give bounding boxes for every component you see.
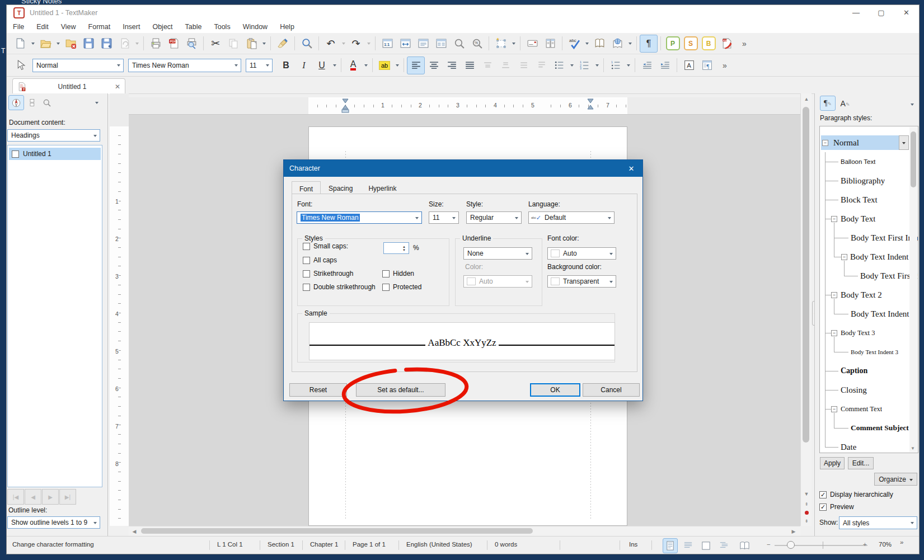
- scroll-right-icon[interactable]: ▶: [788, 528, 799, 535]
- preview-row[interactable]: ✓Preview: [819, 503, 854, 511]
- scroll-left-icon[interactable]: ◀: [129, 528, 140, 535]
- tree-scroll-down-icon[interactable]: ▼: [911, 446, 915, 451]
- undo-dropdown[interactable]: [340, 35, 347, 52]
- zoom-in-icon[interactable]: +: [863, 541, 867, 548]
- dialog-titlebar[interactable]: Character ✕: [284, 160, 642, 177]
- small-caps-row[interactable]: Small caps:: [303, 242, 348, 250]
- close-button[interactable]: ✕: [894, 5, 919, 20]
- paragraph-dialog-icon[interactable]: ¶: [698, 57, 716, 74]
- menu-window[interactable]: Window: [237, 23, 274, 31]
- styles-panel-dropdown[interactable]: [908, 96, 916, 112]
- underline-dropdown[interactable]: [331, 57, 338, 74]
- first-heading-button[interactable]: |◀: [7, 489, 24, 505]
- expander-icon[interactable]: −: [841, 254, 847, 260]
- align-right-icon[interactable]: [443, 57, 461, 74]
- content-list-item[interactable]: Untitled 1: [9, 148, 101, 160]
- zoom-slider-thumb[interactable]: [787, 541, 795, 549]
- tree-scrollbar[interactable]: ▼: [909, 127, 917, 452]
- document-hscrollbar[interactable]: ◀ ▶: [129, 526, 800, 536]
- export-pdf-icon[interactable]: PDF: [717, 35, 735, 53]
- double-strikethrough-row[interactable]: Double strikethrough: [303, 283, 376, 291]
- format-toolbar-overflow-icon[interactable]: »: [716, 57, 734, 74]
- format-paintbrush-icon[interactable]: [274, 35, 292, 53]
- redo-dropdown[interactable]: [365, 35, 372, 52]
- toolbar-overflow-icon[interactable]: »: [735, 35, 753, 53]
- hidden-checkbox[interactable]: [382, 270, 390, 277]
- style-item[interactable]: Closing: [841, 385, 867, 395]
- style-item[interactable]: Body Text 3: [841, 329, 875, 337]
- proofing-p-icon[interactable]: P: [664, 35, 682, 53]
- menu-format[interactable]: Format: [82, 23, 117, 31]
- outline-view-icon[interactable]: [716, 538, 731, 553]
- apply-button[interactable]: Apply: [820, 457, 845, 469]
- print-pdf-icon[interactable]: PDF: [165, 35, 182, 53]
- proofing-s-icon[interactable]: S: [682, 35, 700, 53]
- highlight-dropdown[interactable]: [393, 57, 401, 74]
- zoom-out-icon[interactable]: −: [767, 541, 771, 548]
- tab-close-icon[interactable]: ✕: [115, 83, 120, 91]
- object-mode-pointer-icon[interactable]: [11, 57, 29, 74]
- align-center-icon[interactable]: [425, 57, 443, 74]
- decrease-indent-icon[interactable]: [638, 57, 656, 74]
- document-vscrollbar[interactable]: ▲ ▼ ⇞ ⇟: [800, 93, 812, 526]
- proofing-b-icon[interactable]: B: [700, 35, 717, 53]
- formatting-marks-icon[interactable]: ¶: [640, 35, 658, 53]
- style-field[interactable]: Regular: [466, 211, 522, 224]
- style-item[interactable]: Comment Subject: [851, 423, 909, 432]
- zoom-icon[interactable]: [450, 35, 468, 53]
- left-indent-marker[interactable]: [341, 98, 349, 113]
- menu-insert[interactable]: Insert: [116, 23, 146, 31]
- all-caps-checkbox[interactable]: [303, 257, 310, 264]
- document-tab[interactable]: T Untitled 1 ✕: [12, 78, 125, 94]
- browse-object-icon[interactable]: [801, 508, 812, 517]
- normal-view-icon[interactable]: [663, 538, 678, 553]
- right-indent-marker[interactable]: [587, 98, 594, 113]
- menu-edit[interactable]: Edit: [30, 23, 55, 31]
- align-left-icon[interactable]: [407, 57, 425, 74]
- hscroll-thumb[interactable]: [141, 528, 533, 534]
- status-page[interactable]: Page 1 of 1: [353, 541, 386, 548]
- style-item[interactable]: Body Text 2: [841, 290, 882, 300]
- character-styles-tab-icon[interactable]: A✎: [837, 96, 853, 111]
- sidebar-headings-icon[interactable]: [25, 95, 40, 110]
- style-item-normal[interactable]: Normal: [833, 138, 859, 148]
- previous-object-icon[interactable]: ⇞: [801, 500, 812, 509]
- display-hierarchically-row[interactable]: ✓Display hierarchically: [819, 491, 893, 498]
- find-icon[interactable]: [298, 35, 316, 53]
- font-size-combo[interactable]: 11: [246, 59, 273, 72]
- zoom-100-icon[interactable]: 1:1: [378, 35, 396, 53]
- organize-button[interactable]: Organize: [874, 473, 917, 486]
- small-caps-checkbox[interactable]: [303, 243, 310, 250]
- spellcheck-icon[interactable]: abc: [565, 35, 583, 53]
- style-item[interactable]: Body Text Indent 2: [851, 309, 916, 319]
- content-item-checkbox[interactable]: [12, 150, 19, 158]
- strikethrough-checkbox[interactable]: [303, 270, 310, 277]
- scroll-up-icon[interactable]: ▲: [801, 95, 812, 103]
- reset-button[interactable]: Reset: [289, 383, 347, 397]
- next-object-icon[interactable]: ⇟: [801, 516, 812, 525]
- previous-heading-button[interactable]: ◀: [25, 489, 41, 505]
- menu-view[interactable]: View: [55, 23, 82, 31]
- close-document-icon[interactable]: [62, 35, 79, 53]
- edit-button[interactable]: Edit...: [848, 457, 874, 469]
- outline-list-icon[interactable]: 1: [607, 57, 625, 74]
- status-word-count[interactable]: 0 words: [495, 541, 517, 548]
- highlight-icon[interactable]: ab: [376, 57, 393, 74]
- menu-file[interactable]: File: [7, 23, 30, 31]
- titlebar[interactable]: T Untitled 1 - TextMaker — ▢ ✕: [7, 5, 919, 20]
- menu-object[interactable]: Object: [146, 23, 179, 31]
- style-item[interactable]: Body Text: [841, 214, 875, 224]
- language-field[interactable]: ᵃᵇᶜ✓ Default: [528, 211, 615, 224]
- protected-row[interactable]: Protected: [382, 283, 421, 291]
- font-color-field[interactable]: Auto: [547, 247, 616, 260]
- expander-icon[interactable]: −: [831, 406, 837, 412]
- italic-icon[interactable]: I: [295, 57, 313, 74]
- bullet-list-icon[interactable]: [550, 57, 568, 74]
- expander-icon[interactable]: −: [831, 292, 837, 298]
- zoom-level-icon[interactable]: %: [468, 35, 486, 53]
- research-icon[interactable]: [608, 35, 626, 53]
- fit-width-icon[interactable]: [396, 35, 414, 53]
- new-document-icon[interactable]: [11, 35, 29, 53]
- scroll-down-icon[interactable]: ▼: [801, 490, 812, 498]
- style-item[interactable]: Date: [841, 443, 856, 452]
